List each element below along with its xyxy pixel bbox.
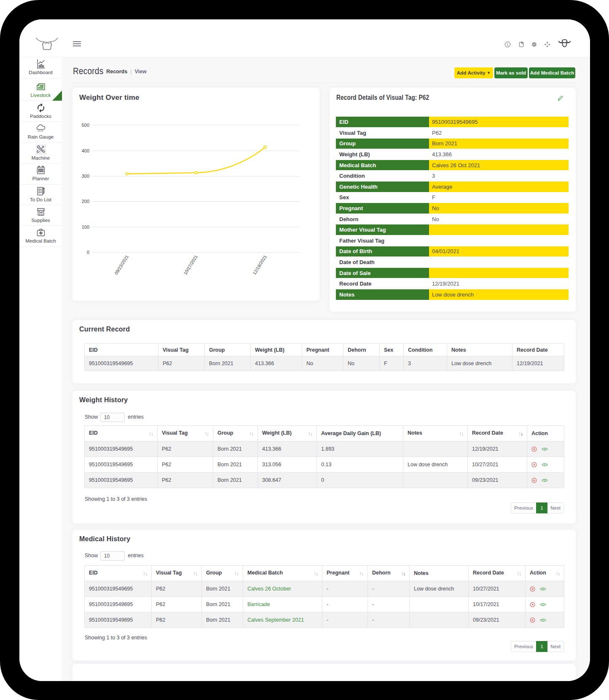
svg-text:0: 0 <box>87 250 89 255</box>
svg-text:09/23/2021: 09/23/2021 <box>113 254 129 275</box>
svg-text:10/27/2021: 10/27/2021 <box>182 254 199 275</box>
svg-text:100: 100 <box>82 224 89 230</box>
svg-text:300: 300 <box>82 174 89 179</box>
svg-text:400: 400 <box>82 148 89 153</box>
svg-text:200: 200 <box>82 199 89 204</box>
svg-text:500: 500 <box>82 123 89 128</box>
svg-text:12/19/2021: 12/19/2021 <box>252 254 268 275</box>
